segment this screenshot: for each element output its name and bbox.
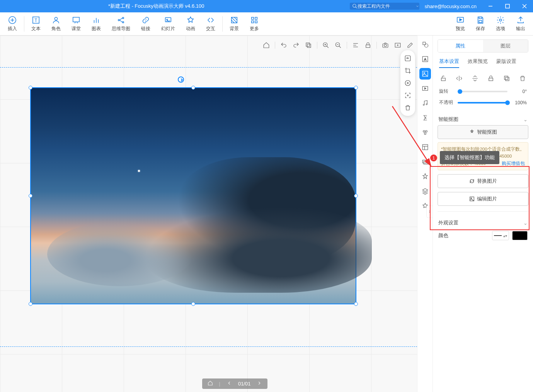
pager-home-icon[interactable] — [208, 380, 213, 387]
smart-cutout-header[interactable]: 智能抠图 ⌄ — [438, 114, 528, 125]
tab-attributes[interactable]: 属性 — [438, 40, 483, 52]
maximize-button[interactable] — [499, 0, 516, 12]
pager-next-icon[interactable] — [257, 380, 262, 387]
pager-prev-icon[interactable] — [226, 380, 232, 387]
tab-layers[interactable]: 图层 — [483, 40, 528, 52]
lock-icon[interactable] — [364, 41, 372, 49]
svg-point-65 — [424, 72, 425, 73]
app-title: *新建工程 - Focusky动画演示大师 v4.6.100 — [0, 3, 350, 10]
person-icon — [51, 15, 61, 25]
resize-handle-tm[interactable] — [191, 86, 195, 90]
transform-tools — [438, 71, 528, 86]
color-swatch[interactable] — [512, 231, 528, 240]
mindmap-button[interactable]: 思维导图 — [106, 14, 136, 34]
flip-h-icon[interactable] — [455, 74, 463, 83]
svg-point-70 — [425, 131, 427, 132]
resize-handle-bm[interactable] — [191, 302, 195, 306]
align-icon[interactable] — [352, 41, 359, 49]
delete-tool-icon[interactable] — [403, 103, 413, 113]
role-button[interactable]: 角色 — [46, 14, 66, 34]
svg-rect-72 — [422, 144, 428, 150]
vs-formula-icon[interactable] — [419, 112, 431, 124]
unlock-icon[interactable] — [439, 74, 448, 83]
rotate-label: 旋转 — [439, 88, 455, 95]
camera-icon[interactable] — [381, 41, 389, 49]
rotate-slider[interactable] — [458, 91, 507, 92]
minimize-button[interactable] — [482, 0, 499, 12]
resize-handle-bl[interactable] — [29, 302, 32, 306]
canvas[interactable]: | 01/01 — [0, 36, 417, 392]
chart-button[interactable]: 图表 — [86, 14, 106, 34]
trash-icon[interactable] — [518, 74, 527, 83]
rotate-handle[interactable] — [178, 76, 184, 83]
option-button[interactable]: 选项 — [490, 14, 511, 34]
vs-image-icon[interactable] — [419, 68, 431, 80]
redo-icon[interactable] — [292, 41, 300, 49]
resize-handle-tl[interactable] — [29, 86, 32, 90]
subtab-effect[interactable]: 效果预览 — [468, 58, 488, 68]
opacity-slider[interactable] — [458, 102, 507, 104]
search-input[interactable] — [358, 3, 416, 9]
class-button[interactable]: 课堂 — [66, 14, 86, 34]
vs-effect-icon[interactable] — [419, 171, 431, 182]
vs-layer-icon[interactable] — [419, 185, 431, 197]
anim-button[interactable]: 动画 — [181, 14, 201, 34]
link-button[interactable]: 链接 — [136, 14, 156, 34]
save-button[interactable]: 保存 — [470, 14, 490, 34]
preview-button[interactable]: 预览 — [450, 14, 470, 34]
svg-rect-35 — [479, 20, 482, 22]
crop-tool-icon[interactable] — [403, 66, 413, 76]
smart-cutout-button[interactable]: 智能抠图 — [438, 125, 528, 139]
search-box[interactable] — [350, 3, 419, 10]
stroke-select[interactable]: ▴▾ — [492, 231, 509, 240]
flip-v-icon[interactable] — [471, 74, 479, 83]
vs-slide-icon[interactable] — [419, 156, 431, 168]
add-tool-icon[interactable] — [403, 78, 413, 88]
ai-tool-icon[interactable] — [403, 53, 413, 63]
home-icon[interactable] — [262, 41, 270, 49]
bg-button[interactable]: 背景 — [224, 14, 244, 34]
pager: | 01/01 — [202, 378, 268, 389]
plus-circle-icon — [8, 15, 17, 25]
selected-image[interactable] — [30, 87, 356, 304]
vs-text-icon[interactable]: A — [419, 53, 431, 65]
svg-line-26 — [232, 17, 237, 23]
frame-add-icon[interactable] — [394, 41, 402, 49]
vs-template-icon[interactable] — [419, 141, 431, 153]
resize-handle-br[interactable] — [354, 302, 358, 306]
zoom-in-icon[interactable] — [322, 41, 330, 49]
edit-icon[interactable] — [406, 41, 414, 49]
link-icon — [141, 15, 150, 25]
more-button[interactable]: 更多 — [244, 14, 264, 34]
chevron-down-icon[interactable] — [416, 4, 419, 8]
export-button[interactable]: 输出 — [511, 14, 531, 34]
main-toolbar: 插入 T文本 角色 课堂 图表 思维导图 链接 幻灯片 动画 交互 背景 更多 … — [0, 12, 533, 36]
resize-handle-tr[interactable] — [354, 86, 358, 90]
chart-icon — [92, 15, 101, 25]
subtab-basic[interactable]: 基本设置 — [439, 58, 459, 68]
duplicate-icon[interactable] — [502, 74, 511, 83]
copy-icon[interactable] — [305, 41, 312, 49]
vs-video-icon[interactable] — [419, 83, 431, 94]
vs-group-icon[interactable] — [419, 127, 431, 138]
svg-line-44 — [339, 46, 341, 48]
resize-handle-mr[interactable] — [354, 194, 358, 198]
user-email[interactable]: share@focusky.com.cn — [419, 3, 482, 9]
text-button[interactable]: T文本 — [26, 14, 46, 34]
undo-icon[interactable] — [280, 41, 288, 49]
lock-aspect-icon[interactable] — [487, 74, 495, 83]
insert-button[interactable]: 插入 — [2, 14, 22, 34]
guide-bottom — [0, 346, 417, 347]
close-button[interactable] — [516, 0, 533, 12]
interact-button[interactable]: 交互 — [201, 14, 221, 34]
resize-handle-ml[interactable] — [29, 194, 32, 198]
slide-button[interactable]: 幻灯片 — [156, 14, 181, 34]
vs-music-icon[interactable] — [419, 97, 431, 109]
svg-rect-12 — [73, 17, 80, 22]
focus-tool-icon[interactable] — [403, 90, 413, 100]
subtab-mask[interactable]: 蒙版设置 — [496, 58, 516, 68]
svg-rect-38 — [306, 43, 310, 46]
vs-shape-icon[interactable] — [419, 39, 431, 50]
bg-icon — [230, 15, 239, 25]
zoom-out-icon[interactable] — [334, 41, 342, 49]
